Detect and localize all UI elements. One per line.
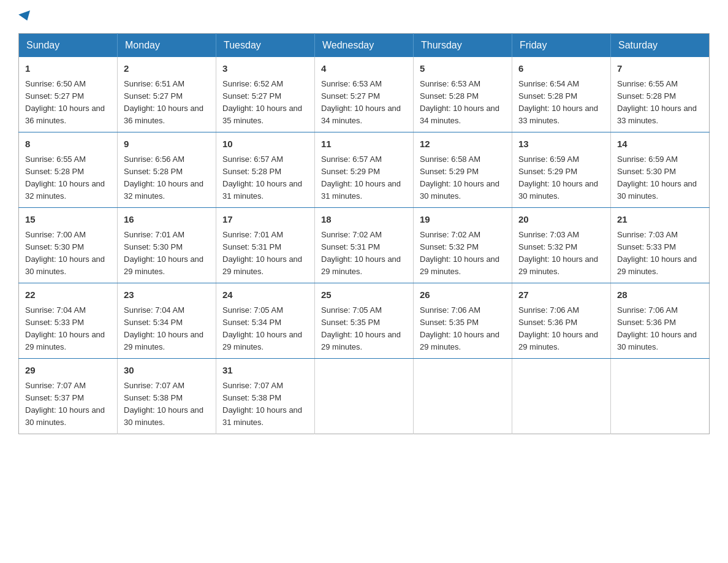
day-number: 20 bbox=[518, 213, 604, 227]
calendar-cell bbox=[414, 359, 512, 434]
cell-content: Sunrise: 7:06 AMSunset: 5:36 PMDaylight:… bbox=[617, 304, 703, 354]
calendar-cell: 18Sunrise: 7:02 AMSunset: 5:31 PMDayligh… bbox=[315, 208, 414, 283]
calendar-cell: 23Sunrise: 7:04 AMSunset: 5:34 PMDayligh… bbox=[118, 283, 216, 359]
day-number: 29 bbox=[25, 364, 111, 378]
cell-content: Sunrise: 6:57 AMSunset: 5:29 PMDaylight:… bbox=[321, 153, 407, 203]
calendar-cell: 9Sunrise: 6:56 AMSunset: 5:28 PMDaylight… bbox=[118, 132, 216, 208]
cell-content: Sunrise: 6:56 AMSunset: 5:28 PMDaylight:… bbox=[124, 153, 210, 203]
calendar-cell: 5Sunrise: 6:53 AMSunset: 5:28 PMDaylight… bbox=[414, 57, 512, 132]
calendar-cell: 12Sunrise: 6:58 AMSunset: 5:29 PMDayligh… bbox=[414, 132, 512, 208]
calendar-cell: 7Sunrise: 6:55 AMSunset: 5:28 PMDaylight… bbox=[611, 57, 710, 132]
day-number: 14 bbox=[617, 137, 703, 151]
calendar-cell bbox=[512, 359, 611, 434]
day-number: 7 bbox=[617, 62, 703, 76]
cell-content: Sunrise: 7:02 AMSunset: 5:31 PMDaylight:… bbox=[321, 229, 407, 278]
calendar-week-1: 1Sunrise: 6:50 AMSunset: 5:27 PMDaylight… bbox=[19, 57, 710, 132]
day-number: 17 bbox=[222, 213, 308, 227]
calendar-cell: 6Sunrise: 6:54 AMSunset: 5:28 PMDaylight… bbox=[512, 57, 611, 132]
calendar-cell: 4Sunrise: 6:53 AMSunset: 5:27 PMDaylight… bbox=[315, 57, 414, 132]
day-number: 19 bbox=[420, 213, 506, 227]
cell-content: Sunrise: 6:51 AMSunset: 5:27 PMDaylight:… bbox=[124, 78, 210, 128]
cell-content: Sunrise: 6:59 AMSunset: 5:29 PMDaylight:… bbox=[518, 153, 604, 203]
cell-content: Sunrise: 7:01 AMSunset: 5:31 PMDaylight:… bbox=[222, 229, 308, 278]
header-thursday: Thursday bbox=[414, 34, 512, 58]
day-number: 4 bbox=[321, 62, 407, 76]
calendar-cell: 26Sunrise: 7:06 AMSunset: 5:35 PMDayligh… bbox=[414, 283, 512, 359]
header-tuesday: Tuesday bbox=[216, 34, 315, 58]
header-friday: Friday bbox=[512, 34, 611, 58]
calendar-cell: 29Sunrise: 7:07 AMSunset: 5:37 PMDayligh… bbox=[19, 359, 118, 434]
calendar-week-2: 8Sunrise: 6:55 AMSunset: 5:28 PMDaylight… bbox=[19, 132, 710, 208]
cell-content: Sunrise: 7:07 AMSunset: 5:38 PMDaylight:… bbox=[222, 380, 308, 429]
day-number: 1 bbox=[25, 62, 111, 76]
day-number: 12 bbox=[420, 137, 506, 151]
header-sunday: Sunday bbox=[19, 34, 118, 58]
day-number: 30 bbox=[124, 364, 210, 378]
calendar-cell: 28Sunrise: 7:06 AMSunset: 5:36 PMDayligh… bbox=[611, 283, 710, 359]
day-number: 21 bbox=[617, 213, 703, 227]
calendar-week-4: 22Sunrise: 7:04 AMSunset: 5:33 PMDayligh… bbox=[19, 283, 710, 359]
calendar-cell: 30Sunrise: 7:07 AMSunset: 5:38 PMDayligh… bbox=[118, 359, 216, 434]
day-number: 27 bbox=[518, 288, 604, 302]
day-number: 31 bbox=[222, 364, 308, 378]
day-number: 18 bbox=[321, 213, 407, 227]
calendar-cell: 27Sunrise: 7:06 AMSunset: 5:36 PMDayligh… bbox=[512, 283, 611, 359]
cell-content: Sunrise: 7:04 AMSunset: 5:33 PMDaylight:… bbox=[25, 304, 111, 354]
cell-content: Sunrise: 7:06 AMSunset: 5:35 PMDaylight:… bbox=[420, 304, 506, 354]
day-number: 8 bbox=[25, 137, 111, 151]
cell-content: Sunrise: 7:07 AMSunset: 5:38 PMDaylight:… bbox=[124, 380, 210, 429]
cell-content: Sunrise: 6:50 AMSunset: 5:27 PMDaylight:… bbox=[25, 78, 111, 128]
calendar-cell: 3Sunrise: 6:52 AMSunset: 5:27 PMDaylight… bbox=[216, 57, 315, 132]
calendar-week-3: 15Sunrise: 7:00 AMSunset: 5:30 PMDayligh… bbox=[19, 208, 710, 283]
cell-content: Sunrise: 6:53 AMSunset: 5:27 PMDaylight:… bbox=[321, 78, 407, 128]
calendar-cell: 25Sunrise: 7:05 AMSunset: 5:35 PMDayligh… bbox=[315, 283, 414, 359]
calendar-cell: 13Sunrise: 6:59 AMSunset: 5:29 PMDayligh… bbox=[512, 132, 611, 208]
day-number: 25 bbox=[321, 288, 407, 302]
calendar-cell: 17Sunrise: 7:01 AMSunset: 5:31 PMDayligh… bbox=[216, 208, 315, 283]
calendar-cell: 1Sunrise: 6:50 AMSunset: 5:27 PMDaylight… bbox=[19, 57, 118, 132]
calendar-cell: 8Sunrise: 6:55 AMSunset: 5:28 PMDaylight… bbox=[19, 132, 118, 208]
calendar-cell: 21Sunrise: 7:03 AMSunset: 5:33 PMDayligh… bbox=[611, 208, 710, 283]
day-number: 16 bbox=[124, 213, 210, 227]
day-number: 22 bbox=[25, 288, 111, 302]
day-number: 5 bbox=[420, 62, 506, 76]
cell-content: Sunrise: 6:57 AMSunset: 5:28 PMDaylight:… bbox=[222, 153, 308, 203]
calendar-cell: 14Sunrise: 6:59 AMSunset: 5:30 PMDayligh… bbox=[611, 132, 710, 208]
day-number: 15 bbox=[25, 213, 111, 227]
cell-content: Sunrise: 6:55 AMSunset: 5:28 PMDaylight:… bbox=[25, 153, 111, 203]
header-saturday: Saturday bbox=[611, 34, 710, 58]
calendar-cell: 31Sunrise: 7:07 AMSunset: 5:38 PMDayligh… bbox=[216, 359, 315, 434]
calendar-cell: 16Sunrise: 7:01 AMSunset: 5:30 PMDayligh… bbox=[118, 208, 216, 283]
calendar-cell: 24Sunrise: 7:05 AMSunset: 5:34 PMDayligh… bbox=[216, 283, 315, 359]
cell-content: Sunrise: 6:55 AMSunset: 5:28 PMDaylight:… bbox=[617, 78, 703, 128]
calendar-week-5: 29Sunrise: 7:07 AMSunset: 5:37 PMDayligh… bbox=[19, 359, 710, 434]
calendar-cell bbox=[315, 359, 414, 434]
calendar-cell: 20Sunrise: 7:03 AMSunset: 5:32 PMDayligh… bbox=[512, 208, 611, 283]
cell-content: Sunrise: 7:05 AMSunset: 5:34 PMDaylight:… bbox=[222, 304, 308, 354]
day-number: 10 bbox=[222, 137, 308, 151]
day-number: 3 bbox=[222, 62, 308, 76]
header-wednesday: Wednesday bbox=[315, 34, 414, 58]
calendar-table: SundayMondayTuesdayWednesdayThursdayFrid… bbox=[18, 33, 710, 434]
calendar-cell: 15Sunrise: 7:00 AMSunset: 5:30 PMDayligh… bbox=[19, 208, 118, 283]
cell-content: Sunrise: 6:54 AMSunset: 5:28 PMDaylight:… bbox=[518, 78, 604, 128]
cell-content: Sunrise: 7:03 AMSunset: 5:33 PMDaylight:… bbox=[617, 229, 703, 278]
cell-content: Sunrise: 7:06 AMSunset: 5:36 PMDaylight:… bbox=[518, 304, 604, 354]
calendar-cell: 11Sunrise: 6:57 AMSunset: 5:29 PMDayligh… bbox=[315, 132, 414, 208]
logo bbox=[18, 12, 32, 21]
day-number: 24 bbox=[222, 288, 308, 302]
header-monday: Monday bbox=[118, 34, 216, 58]
calendar-cell: 10Sunrise: 6:57 AMSunset: 5:28 PMDayligh… bbox=[216, 132, 315, 208]
cell-content: Sunrise: 6:52 AMSunset: 5:27 PMDaylight:… bbox=[222, 78, 308, 128]
calendar-cell: 19Sunrise: 7:02 AMSunset: 5:32 PMDayligh… bbox=[414, 208, 512, 283]
cell-content: Sunrise: 6:58 AMSunset: 5:29 PMDaylight:… bbox=[420, 153, 506, 203]
cell-content: Sunrise: 6:59 AMSunset: 5:30 PMDaylight:… bbox=[617, 153, 703, 203]
day-number: 23 bbox=[124, 288, 210, 302]
cell-content: Sunrise: 7:07 AMSunset: 5:37 PMDaylight:… bbox=[25, 380, 111, 429]
cell-content: Sunrise: 7:04 AMSunset: 5:34 PMDaylight:… bbox=[124, 304, 210, 354]
cell-content: Sunrise: 7:02 AMSunset: 5:32 PMDaylight:… bbox=[420, 229, 506, 278]
logo-triangle-icon bbox=[18, 10, 33, 23]
page-header bbox=[18, 12, 710, 21]
day-number: 13 bbox=[518, 137, 604, 151]
cell-content: Sunrise: 7:00 AMSunset: 5:30 PMDaylight:… bbox=[25, 229, 111, 278]
